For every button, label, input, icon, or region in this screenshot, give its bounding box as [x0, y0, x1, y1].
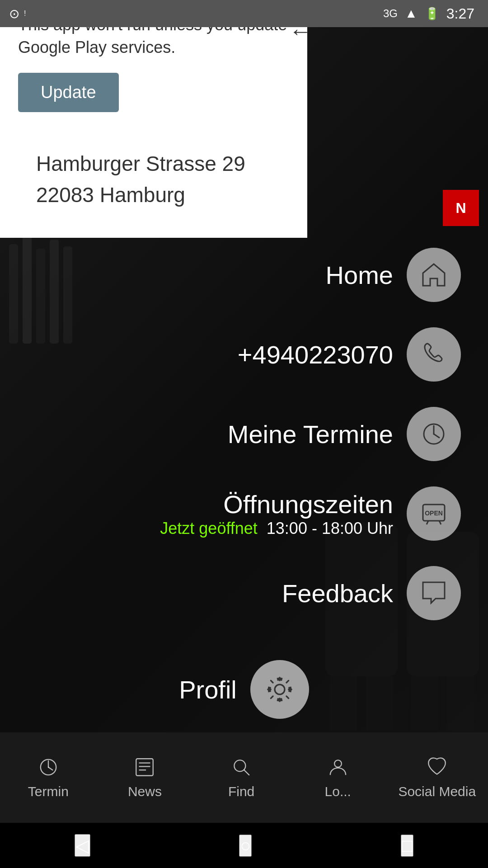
nav-item-find[interactable]: Find — [205, 756, 277, 799]
address-city: 22083 Hamburg — [36, 179, 271, 211]
menu-item-oeffnungszeiten[interactable]: Öffnungszeiten Jetzt geöffnet 13:00 - 18… — [27, 474, 461, 553]
oeffnungszeiten-label-container: Öffnungszeiten Jetzt geöffnet 13:00 - 18… — [160, 490, 393, 538]
opening-hours-time: 13:00 - 18:00 Uhr — [267, 519, 393, 538]
termine-label: Meine Termine — [228, 420, 393, 449]
home-label: Home — [326, 260, 393, 290]
oeffnungszeiten-title: Öffnungszeiten — [223, 490, 393, 519]
open-sign-icon: OPEN — [419, 499, 448, 528]
android-home-button[interactable]: ○ — [239, 835, 252, 857]
address-section: Hamburger Strasse 29 22083 Hamburg — [18, 139, 289, 211]
android-nav-bar: ◁ ○ □ — [0, 823, 488, 868]
profil-gear-circle[interactable] — [250, 660, 309, 719]
status-time: 3:27 — [446, 5, 474, 22]
phone-label: +4940223070 — [238, 340, 393, 369]
nav-item-profil[interactable]: Lo... — [302, 756, 374, 799]
profil-label: Profil — [179, 675, 237, 704]
bottom-nav: Termin News Find Lo... — [0, 732, 488, 823]
menu-container: Home +4940223070 Meine Termine — [0, 235, 488, 633]
status-bar-right: 3G ▲ 🔋 3:27 — [383, 5, 474, 22]
phone-icon — [419, 340, 448, 369]
address-street: Hamburger Strasse 29 — [36, 148, 271, 179]
menu-item-phone[interactable]: +4940223070 — [27, 315, 461, 394]
open-icon-circle[interactable]: OPEN — [407, 486, 461, 541]
menu-item-termine[interactable]: Meine Termine — [27, 394, 461, 474]
svg-rect-22 — [136, 759, 154, 776]
nav-item-social[interactable]: Social Media — [398, 756, 476, 799]
svg-text:OPEN: OPEN — [425, 509, 443, 517]
opening-hours-row: Jetzt geöffnet 13:00 - 18:00 Uhr — [160, 519, 393, 538]
heart-nav-icon — [426, 756, 448, 778]
news-nav-label: News — [128, 784, 162, 799]
svg-point-18 — [275, 684, 285, 694]
social-nav-label: Social Media — [398, 784, 476, 799]
update-button[interactable]: Update — [18, 73, 119, 112]
status-bar-left: ⊙ ! — [9, 6, 26, 21]
nav-item-news[interactable]: News — [108, 756, 181, 799]
svg-point-28 — [334, 760, 342, 767]
svg-line-13 — [434, 434, 439, 438]
battery-icon: 🔋 — [425, 7, 439, 21]
gear-icon — [264, 674, 296, 705]
open-status: Jetzt geöffnet — [160, 519, 258, 538]
find-nav-label: Find — [228, 784, 254, 799]
home-icon — [419, 260, 448, 289]
svg-line-21 — [48, 767, 52, 770]
network-type: 3G — [383, 7, 398, 20]
clock-icon — [419, 420, 448, 448]
news-nav-icon — [133, 756, 156, 778]
nav-item-termin[interactable]: Termin — [12, 756, 84, 799]
profil-nav-icon — [327, 756, 349, 778]
brand-badge: N — [443, 190, 479, 226]
android-back-button[interactable]: ◁ — [75, 834, 90, 857]
feedback-icon-circle[interactable] — [407, 566, 461, 620]
svg-line-27 — [244, 770, 249, 775]
menu-item-home[interactable]: Home — [27, 235, 461, 315]
chat-icon — [419, 579, 448, 608]
notification-dot: ! — [24, 9, 26, 18]
feedback-label: Feedback — [282, 579, 393, 608]
termine-icon-circle[interactable] — [407, 407, 461, 461]
phone-icon-circle[interactable] — [407, 327, 461, 382]
update-popup: This app won't run unless you update Goo… — [0, 0, 307, 238]
notification-icon: ⊙ — [9, 6, 19, 21]
android-recent-button[interactable]: □ — [401, 835, 413, 857]
signal-strength-icon: ▲ — [405, 6, 418, 21]
status-bar: ⊙ ! 3G ▲ 🔋 3:27 — [0, 0, 488, 27]
home-icon-circle[interactable] — [407, 248, 461, 302]
search-nav-icon — [230, 756, 253, 778]
profil-row[interactable]: Profil — [0, 660, 488, 719]
menu-item-feedback[interactable]: Feedback — [27, 553, 461, 633]
profil-nav-label: Lo... — [325, 784, 351, 799]
termin-nav-label: Termin — [28, 784, 69, 799]
termin-nav-icon — [37, 756, 60, 778]
